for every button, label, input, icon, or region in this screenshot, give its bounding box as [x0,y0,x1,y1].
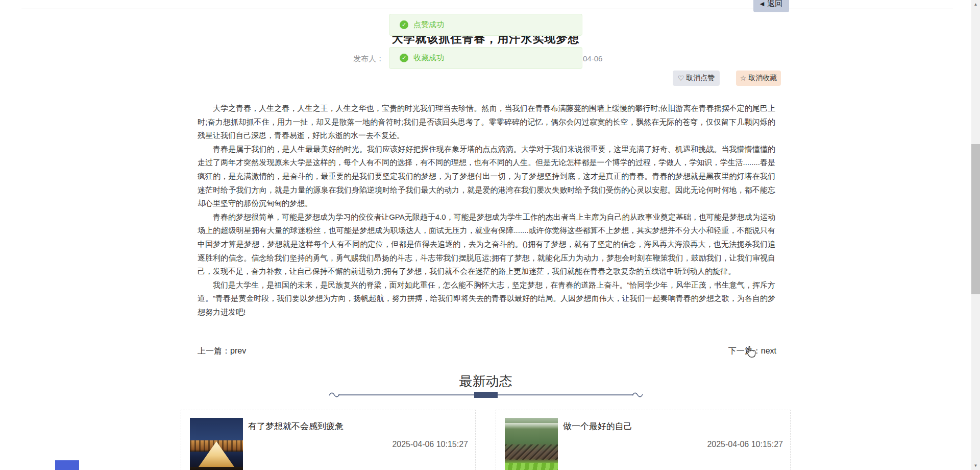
toast-message: 收藏成功 [413,53,444,63]
card-title: 做一个最好的自己 [563,420,632,432]
header-divider-line [21,9,953,9]
latest-section-title: 最新动态 [0,372,971,390]
prev-article-link[interactable]: 上一篇：prev [198,346,246,357]
cancel-like-label: 取消点赞 [686,74,715,83]
card-thumbnail-louvre-night [190,418,243,470]
article-body: 大学之青春，人生之春，人生之王，人生之华也，宝贵的时光我们理当去珍惜。然而，当我… [198,102,775,319]
vertical-scrollbar[interactable]: ▲ ▼ [971,0,980,470]
toast-favorite-success: ✓ 收藏成功 [389,47,582,69]
check-circle-icon: ✓ [400,54,408,62]
card-timestamp: 2025-04-06 10:15:27 [707,440,783,449]
scrollbar-thumb[interactable] [971,144,980,294]
publisher-label: 发布人： [353,54,384,64]
heart-outline-icon: ♡ [678,74,684,82]
scrollbar-down-arrow-icon[interactable]: ▼ [971,461,980,470]
article-paragraph: 青春的梦想很简单，可能是梦想成为学习的佼佼者让GPA无限趋于4.0，可能是梦想成… [198,210,775,278]
toast-like-success: ✓ 点赞成功 [389,14,582,36]
publish-date: 04-06 [583,54,602,63]
card-timestamp: 2025-04-06 10:15:27 [392,440,468,449]
prev-value: prev [230,346,246,355]
cancel-favorite-label: 取消收藏 [748,74,777,83]
check-circle-icon: ✓ [400,20,408,29]
next-article-link[interactable]: 下一篇：next [694,346,776,357]
back-button-label: 返回 [767,0,782,9]
article-paragraph: 大学之青春，人生之春，人生之王，人生之华也，宝贵的时光我们理当去珍惜。然而，当我… [198,102,775,143]
latest-card[interactable]: 做一个最好的自己 2025-04-06 10:15:27 [496,410,791,470]
article-paragraph: 青春是属于我们的，是人生最最美好的时光。我们应该好好把握住现在象牙塔的点点滴滴。… [198,143,775,210]
card-thumbnail-green-village [505,418,558,470]
back-arrow-icon: ◀ [760,1,764,7]
section-divider-ornament [327,388,645,401]
cancel-like-button[interactable]: ♡ 取消点赞 [673,70,720,86]
cancel-favorite-button[interactable]: ☆ 取消收藏 [736,70,781,86]
prev-label: 上一篇： [198,346,230,355]
hand-cursor-icon [745,345,756,361]
star-outline-icon: ☆ [740,74,747,82]
back-button[interactable]: ◀ 返回 [753,0,789,12]
next-value: next [761,346,776,355]
article-paragraph: 我们是大学生，是祖国的未来，是民族复兴的脊梁，面对如此重任，怎么能不胸怀大志，坚… [198,278,775,319]
toast-message: 点赞成功 [413,20,444,30]
bottom-left-blue-fragment [55,460,79,470]
page-content: ◀ 返回 大学就该抓住青春，用汗水实现梦想 发布人： 04-06 ✓ 点赞成功 … [0,0,971,470]
scrollbar-up-arrow-icon[interactable]: ▲ [971,0,980,9]
card-title: 有了梦想就不会感到疲惫 [248,420,344,432]
latest-card[interactable]: 有了梦想就不会感到疲惫 2025-04-06 10:15:27 [181,410,476,470]
